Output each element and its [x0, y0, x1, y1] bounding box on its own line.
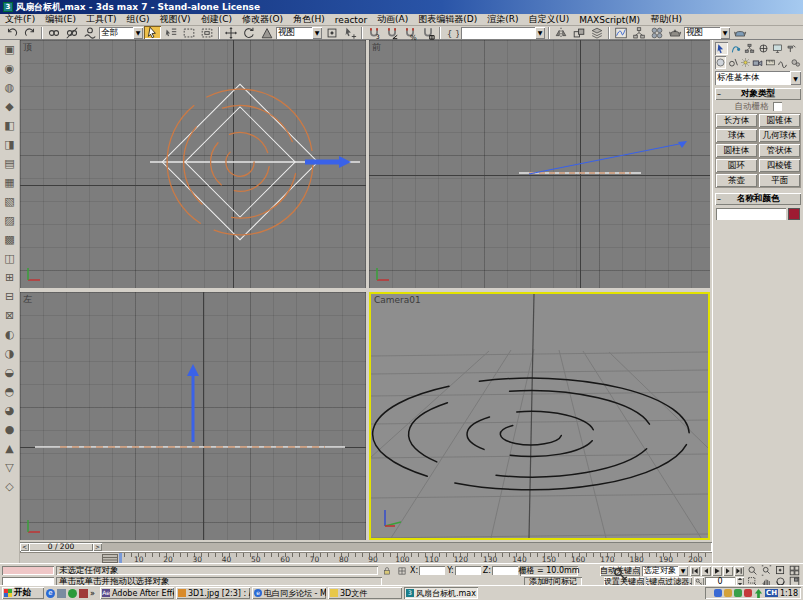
- task-ie-forum[interactable]: e电白同乡论坛 - Microsof...: [252, 587, 326, 599]
- go-to-start-icon[interactable]: [690, 566, 700, 576]
- quick-render-icon[interactable]: [731, 26, 748, 39]
- play-icon[interactable]: [712, 566, 722, 576]
- left-toolbar-icon[interactable]: ▨: [2, 213, 17, 228]
- box-button[interactable]: 长方体: [716, 114, 757, 127]
- menu-item-modifiers[interactable]: 修改器(O): [237, 13, 288, 26]
- left-toolbar-icon[interactable]: ◒: [2, 365, 17, 380]
- tray-icon[interactable]: [724, 589, 732, 597]
- menu-item-create[interactable]: 创建(C): [196, 13, 237, 26]
- left-toolbar-icon[interactable]: ◕: [2, 403, 17, 418]
- viewport-label-camera[interactable]: Camera01: [374, 295, 421, 305]
- category-spacewarps-icon[interactable]: [777, 56, 788, 69]
- left-toolbar-icon[interactable]: ▧: [2, 194, 17, 209]
- category-geometry-icon[interactable]: [715, 56, 726, 69]
- maxscript-listener-pink[interactable]: [2, 566, 54, 575]
- select-and-rotate-icon[interactable]: [240, 26, 257, 39]
- left-toolbar-icon[interactable]: ⊠: [2, 308, 17, 323]
- left-toolbar-icon[interactable]: ◨: [2, 137, 17, 152]
- menu-item-edit[interactable]: 编辑(E): [40, 13, 81, 26]
- named-selection-dropdown[interactable]: ▼: [461, 27, 545, 39]
- select-and-scale-icon[interactable]: [258, 26, 275, 39]
- left-toolbar-icon[interactable]: ▩: [2, 232, 17, 247]
- angle-snap-icon[interactable]: [383, 26, 400, 39]
- tab-create[interactable]: [715, 42, 728, 55]
- autogrid-checkbox[interactable]: [773, 102, 782, 111]
- left-toolbar-icon[interactable]: ◇: [2, 479, 17, 494]
- select-by-name-icon[interactable]: [162, 26, 179, 39]
- geosphere-button[interactable]: 几何球体: [759, 129, 800, 142]
- category-shapes-icon[interactable]: [727, 56, 738, 69]
- left-toolbar-icon[interactable]: ◓: [2, 384, 17, 399]
- show-desktop-icon[interactable]: [57, 589, 66, 598]
- mini-curve-editor-icon[interactable]: [102, 554, 118, 563]
- safely-remove-icon[interactable]: [754, 589, 763, 598]
- menu-item-views[interactable]: 视图(V): [154, 13, 195, 26]
- camera-line[interactable]: [529, 143, 684, 174]
- tab-hierarchy[interactable]: [743, 42, 756, 55]
- left-toolbar-icon[interactable]: ◑: [2, 346, 17, 361]
- render-scene-icon[interactable]: [666, 26, 683, 39]
- menu-item-animation[interactable]: 动画(A): [372, 13, 413, 26]
- viewport-label-top[interactable]: 顶: [23, 41, 32, 54]
- align-icon[interactable]: [570, 26, 587, 39]
- zoom-extents-icon[interactable]: [774, 566, 787, 576]
- previous-frame-icon[interactable]: [701, 566, 711, 576]
- viewport-camera[interactable]: Camera01: [369, 292, 710, 540]
- task-after-effects[interactable]: AeAdobe After Effects: [100, 587, 174, 599]
- category-lights-icon[interactable]: [740, 56, 751, 69]
- sphere-button[interactable]: 球体: [716, 129, 757, 142]
- go-to-end-icon[interactable]: [734, 566, 744, 576]
- dropdown-arrow-icon[interactable]: ▼: [133, 27, 143, 39]
- rectangular-selection-region-icon[interactable]: [180, 26, 197, 39]
- left-toolbar-icon[interactable]: ◧: [2, 118, 17, 133]
- menu-item-customize[interactable]: 自定义(U): [524, 13, 575, 26]
- menu-item-help[interactable]: 帮助(H): [645, 13, 687, 26]
- z-field[interactable]: [492, 566, 518, 575]
- left-toolbar-icon[interactable]: ◐: [2, 327, 17, 342]
- dropdown-arrow-icon[interactable]: ▼: [535, 27, 545, 39]
- tray-icon[interactable]: [714, 589, 722, 597]
- quicklaunch-icon[interactable]: [79, 589, 88, 598]
- left-toolbar-icon[interactable]: ◉: [2, 61, 17, 76]
- ie-quicklaunch-icon[interactable]: e: [46, 589, 55, 598]
- left-toolbar-icon[interactable]: ◫: [2, 251, 17, 266]
- menu-item-tools[interactable]: 工具(T): [81, 13, 122, 26]
- select-object-icon[interactable]: [144, 26, 161, 39]
- teapot-button[interactable]: 茶壶: [716, 174, 757, 187]
- primitive-category-dropdown[interactable]: 标准基本体 ▼: [715, 71, 801, 85]
- collapse-icon[interactable]: –: [717, 195, 721, 204]
- category-systems-icon[interactable]: [790, 56, 801, 69]
- zoom-extents-all-icon[interactable]: [788, 566, 801, 576]
- tray-icon[interactable]: [744, 589, 752, 597]
- next-frame-icon[interactable]: [723, 566, 733, 576]
- left-view-scene[interactable]: [20, 292, 366, 540]
- left-toolbar-icon[interactable]: ◍: [2, 80, 17, 95]
- left-toolbar-icon[interactable]: ▦: [2, 175, 17, 190]
- tab-modify[interactable]: [729, 42, 742, 55]
- previous-frame-icon[interactable]: <: [20, 543, 29, 551]
- name-color-rollout-header[interactable]: –名称和颜色: [715, 193, 801, 205]
- quicklaunch-overflow-icon[interactable]: »: [90, 589, 95, 598]
- y-field[interactable]: [455, 566, 481, 575]
- undo-icon[interactable]: [3, 26, 20, 39]
- window-crossing-icon[interactable]: [198, 26, 215, 39]
- front-view-scene[interactable]: [369, 40, 710, 288]
- plane-button[interactable]: 平面: [759, 174, 800, 187]
- pyramid-button[interactable]: 四棱锥: [759, 159, 800, 172]
- spinner-snap-icon[interactable]: [419, 26, 436, 39]
- dropdown-arrow-icon[interactable]: ▼: [312, 27, 322, 39]
- menu-item-character[interactable]: 角色(H): [288, 13, 330, 26]
- menu-item-maxscript[interactable]: MAXScript(M): [574, 15, 645, 25]
- left-toolbar-icon[interactable]: ◆: [2, 99, 17, 114]
- viewport-left[interactable]: 左: [20, 292, 366, 540]
- layer-manager-icon[interactable]: [588, 26, 605, 39]
- task-3dsmax-active[interactable]: 3风扇台标机.max - 3ds m...: [404, 587, 478, 599]
- set-key-icon[interactable]: [612, 566, 630, 584]
- dropdown-arrow-icon[interactable]: ▼: [720, 27, 730, 39]
- viewport-label-front[interactable]: 前: [372, 41, 381, 54]
- task-acdsee[interactable]: 3D1.jpg [2:3] : ACD Phot...: [176, 587, 250, 599]
- object-name-field[interactable]: [716, 208, 786, 220]
- absolute-offset-toggle-icon[interactable]: [395, 566, 408, 576]
- left-toolbar-icon[interactable]: ▽: [2, 460, 17, 475]
- left-toolbar-icon[interactable]: ⊞: [2, 270, 17, 285]
